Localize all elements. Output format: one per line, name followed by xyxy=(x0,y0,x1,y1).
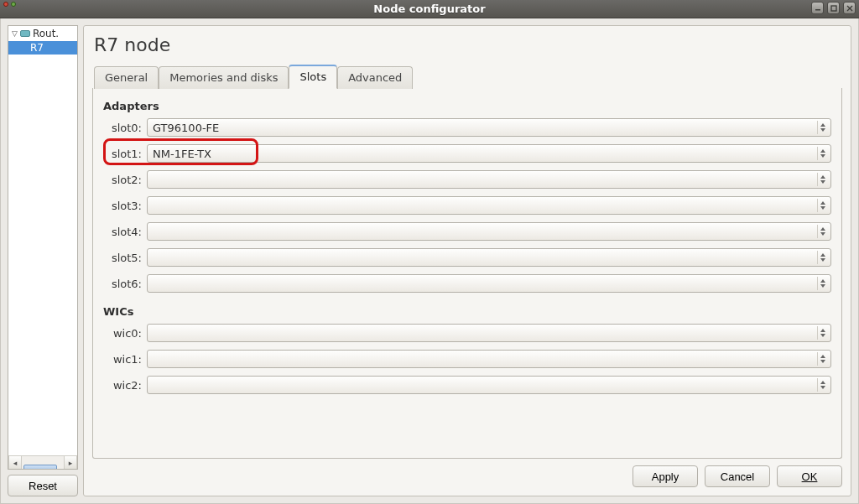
slot0-label: slot0: xyxy=(103,122,147,134)
svg-rect-1 xyxy=(831,6,836,11)
scroll-right-arrow-icon[interactable]: ▸ xyxy=(64,456,77,469)
tab-content-slots: Adapters slot0: GT96100-FE slot1: NM-1FE… xyxy=(92,88,842,459)
tab-bar: General Memories and disks Slots Advance… xyxy=(92,64,842,89)
combo-spinner-icon[interactable] xyxy=(817,326,828,340)
slot-row-1: slot1: NM-1FE-TX xyxy=(103,142,831,165)
window-body: ▽ Rout. R7 ◂ ▸ Reset R7 node Gen xyxy=(0,18,859,504)
main-panel: R7 node General Memories and disks Slots… xyxy=(83,25,851,496)
ok-button-label: OK xyxy=(802,470,818,483)
tab-memories[interactable]: Memories and disks xyxy=(159,66,289,89)
close-button[interactable] xyxy=(843,2,856,14)
wics-header: WICs xyxy=(103,305,831,318)
disclosure-triangle-icon[interactable]: ▽ xyxy=(12,29,18,38)
wic-row-0: wic0: xyxy=(103,321,831,345)
tab-slots-label: Slots xyxy=(299,70,326,83)
slot6-label: slot6: xyxy=(103,278,147,290)
combo-spinner-icon[interactable] xyxy=(817,251,828,264)
tab-advanced[interactable]: Advanced xyxy=(337,66,413,89)
wic2-label: wic2: xyxy=(103,379,147,392)
wic1-combo[interactable] xyxy=(147,350,831,368)
adapters-header: Adapters xyxy=(103,100,831,112)
slot3-combo[interactable] xyxy=(147,196,831,215)
combo-spinner-icon[interactable] xyxy=(817,378,828,392)
apply-button[interactable]: Apply xyxy=(633,465,698,487)
tab-general-label: General xyxy=(105,71,148,84)
combo-spinner-icon[interactable] xyxy=(817,121,828,134)
ok-button[interactable]: OK xyxy=(777,465,842,487)
apply-button-label: Apply xyxy=(652,470,679,483)
slot-row-0: slot0: GT96100-FE xyxy=(103,116,831,139)
combo-spinner-icon[interactable] xyxy=(817,352,828,366)
combo-spinner-icon[interactable] xyxy=(817,277,828,290)
reset-button[interactable]: Reset xyxy=(8,475,78,496)
tree-node-label: R7 xyxy=(30,42,44,54)
minimize-button[interactable] xyxy=(811,2,824,14)
router-icon xyxy=(20,30,30,37)
wic-row-1: wic1: xyxy=(103,347,831,371)
slot0-value: GT96100-FE xyxy=(153,122,219,134)
wic1-label: wic1: xyxy=(103,353,147,366)
wic-row-2: wic2: xyxy=(103,373,831,397)
cancel-button[interactable]: Cancel xyxy=(705,465,770,487)
titlebar-dot-green xyxy=(11,2,16,7)
maximize-button[interactable] xyxy=(827,2,840,14)
tab-memories-label: Memories and disks xyxy=(169,71,278,84)
scroll-thumb[interactable] xyxy=(23,465,57,470)
slot0-combo[interactable]: GT96100-FE xyxy=(147,118,831,137)
tree-root-label: Rout. xyxy=(33,28,59,39)
slot1-combo[interactable]: NM-1FE-TX xyxy=(147,144,831,163)
slot2-label: slot2: xyxy=(103,174,147,186)
reset-button-label: Reset xyxy=(29,480,57,492)
combo-spinner-icon[interactable] xyxy=(817,147,828,160)
tree-hscrollbar[interactable]: ◂ ▸ xyxy=(8,455,77,469)
cancel-button-label: Cancel xyxy=(721,470,754,483)
tab-slots[interactable]: Slots xyxy=(289,65,337,89)
slot2-combo[interactable] xyxy=(147,170,831,189)
slot1-label: slot1: xyxy=(103,148,147,160)
titlebar-left-icons xyxy=(3,2,16,7)
slot-row-3: slot3: xyxy=(103,194,831,217)
svg-rect-0 xyxy=(815,9,820,11)
slot1-value: NM-1FE-TX xyxy=(153,148,211,160)
combo-spinner-icon[interactable] xyxy=(817,225,828,238)
tab-general[interactable]: General xyxy=(94,66,159,89)
slot-row-2: slot2: xyxy=(103,168,831,191)
node-tree[interactable]: ▽ Rout. R7 ◂ ▸ xyxy=(8,25,78,470)
page-title: R7 node xyxy=(94,34,842,55)
wic2-combo[interactable] xyxy=(147,376,831,394)
slot4-label: slot4: xyxy=(103,226,147,238)
slot3-label: slot3: xyxy=(103,200,147,212)
slot4-combo[interactable] xyxy=(147,222,831,241)
slot6-combo[interactable] xyxy=(147,274,831,293)
ok-underline: OK xyxy=(802,470,818,483)
slot-row-4: slot4: xyxy=(103,220,831,243)
tree-root-routers[interactable]: ▽ Rout. xyxy=(8,26,77,41)
slot5-combo[interactable] xyxy=(147,248,831,267)
slot-row-5: slot5: xyxy=(103,246,831,269)
window-titlebar: Node configurator xyxy=(0,0,859,18)
sidebar: ▽ Rout. R7 ◂ ▸ Reset xyxy=(8,25,78,496)
tree-node-r7[interactable]: R7 xyxy=(8,41,77,55)
slot-row-6: slot6: xyxy=(103,272,831,295)
wic0-label: wic0: xyxy=(103,327,147,340)
titlebar-dot-red xyxy=(3,2,8,7)
dialog-footer: Apply Cancel OK xyxy=(92,465,842,487)
slot5-label: slot5: xyxy=(103,252,147,264)
window-title: Node configurator xyxy=(373,3,485,15)
wic0-combo[interactable] xyxy=(147,324,831,342)
titlebar-window-controls xyxy=(811,2,856,14)
combo-spinner-icon[interactable] xyxy=(817,199,828,212)
scroll-left-arrow-icon[interactable]: ◂ xyxy=(8,456,22,469)
combo-spinner-icon[interactable] xyxy=(817,173,828,186)
tab-advanced-label: Advanced xyxy=(348,71,402,84)
